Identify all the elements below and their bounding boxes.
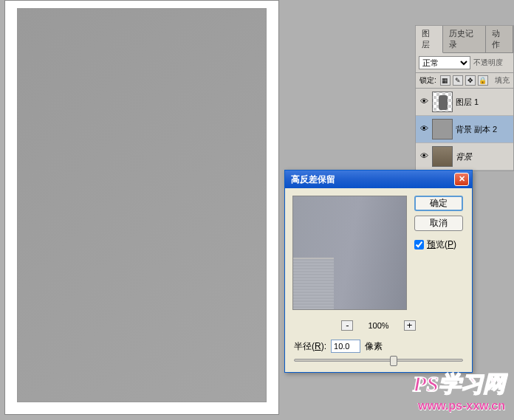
- dialog-title: 高反差保留: [291, 173, 335, 186]
- visibility-icon[interactable]: 👁: [419, 97, 429, 107]
- dialog-titlebar[interactable]: 高反差保留 ✕: [285, 171, 472, 188]
- zoom-level: 100%: [368, 321, 388, 330]
- radius-row: 半径(R): 像素: [285, 337, 472, 359]
- preview-checkbox-row[interactable]: 预览(P): [414, 238, 463, 251]
- layer-name: 背景 副本 2: [456, 124, 497, 135]
- watermark-url: www.ps-xxw.cn: [413, 399, 505, 413]
- layer-row[interactable]: 👁 背景 副本 2: [416, 116, 513, 143]
- lock-position-icon[interactable]: ✥: [465, 75, 476, 86]
- radius-label: 半径(R):: [294, 340, 326, 353]
- lock-all-icon[interactable]: 🔒: [478, 75, 488, 86]
- ok-button[interactable]: 确定: [414, 196, 463, 211]
- layer-name: 背景: [456, 151, 472, 162]
- watermark: PS学习网 www.ps-xxw.cn: [413, 369, 505, 413]
- preview-texture: [293, 258, 334, 309]
- close-button[interactable]: ✕: [454, 173, 469, 186]
- zoom-in-button[interactable]: +: [404, 320, 416, 331]
- preview-checkbox-label: 预览(P): [427, 238, 456, 251]
- tab-actions[interactable]: 动作: [486, 26, 513, 52]
- visibility-icon[interactable]: 👁: [419, 151, 429, 162]
- radius-slider[interactable]: [294, 359, 463, 362]
- dialog-buttons: 确定 取消 预览(P): [414, 196, 463, 310]
- radius-input[interactable]: [331, 340, 360, 353]
- high-pass-dialog: 高反差保留 ✕ 确定 取消 预览(P) - 100% + 半径(R): 像素: [284, 170, 473, 373]
- layer-thumbnail[interactable]: [432, 92, 453, 112]
- tab-history[interactable]: 历史记录: [443, 26, 486, 52]
- visibility-icon[interactable]: 👁: [419, 124, 429, 134]
- layer-thumbnail[interactable]: [432, 119, 453, 140]
- preview-checkbox[interactable]: [414, 240, 424, 249]
- opacity-label: 不透明度: [473, 58, 503, 68]
- cancel-button[interactable]: 取消: [414, 216, 463, 231]
- fill-label: 填充: [495, 75, 510, 86]
- zoom-out-button[interactable]: -: [341, 320, 353, 331]
- radius-unit: 像素: [365, 340, 383, 353]
- filter-preview[interactable]: [292, 196, 407, 310]
- layer-name: 图层 1: [456, 97, 479, 108]
- panel-controls: 正常 不透明度: [416, 53, 513, 73]
- layer-row[interactable]: 👁 图层 1: [416, 89, 513, 116]
- lock-paint-icon[interactable]: ✎: [453, 75, 463, 86]
- tab-layers[interactable]: 图层: [416, 26, 443, 53]
- zoom-controls: - 100% +: [285, 317, 472, 337]
- layers-panel: 图层 历史记录 动作 正常 不透明度 锁定: ▦ ✎ ✥ 🔒 填充 👁 图层 1…: [415, 25, 514, 171]
- image-content: [17, 8, 267, 402]
- lock-transparency-icon[interactable]: ▦: [440, 75, 450, 86]
- preview-column: [292, 196, 407, 310]
- lock-row: 锁定: ▦ ✎ ✥ 🔒 填充: [416, 73, 513, 89]
- watermark-title: PS学习网: [413, 369, 505, 399]
- layer-thumbnail[interactable]: [432, 146, 453, 167]
- blend-mode-select[interactable]: 正常: [419, 56, 470, 69]
- layer-row[interactable]: 👁 背景: [416, 143, 513, 171]
- document-canvas[interactable]: [4, 0, 279, 415]
- panel-tabs: 图层 历史记录 动作: [416, 26, 513, 53]
- lock-label: 锁定:: [419, 75, 436, 86]
- slider-thumb[interactable]: [390, 356, 397, 366]
